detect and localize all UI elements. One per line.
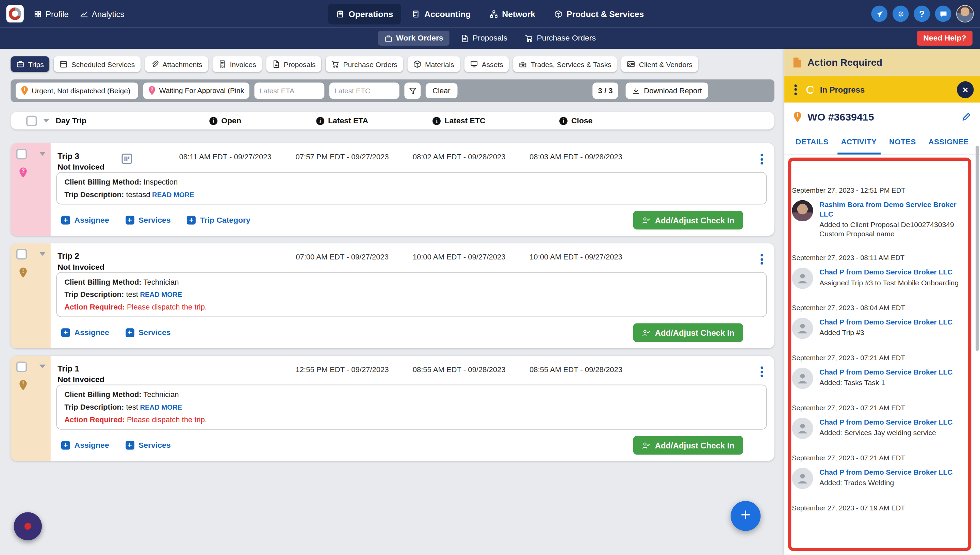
tab-operations[interactable]: Operations (328, 3, 401, 24)
panel-tabs: DETAILS ACTIVITY NOTES ASSIGNEE (784, 132, 980, 155)
activity-entry: September 27, 2023 - 12:51 PM EDT Rashim… (792, 186, 965, 239)
trip-actions-row: Assignee Services Trip Category Add/Adju… (61, 211, 767, 229)
tab-trades-services-tasks[interactable]: Trades, Services & Tasks (513, 56, 617, 72)
read-more-link[interactable]: READ MORE (140, 404, 182, 411)
info-icon[interactable] (433, 117, 441, 125)
add-services-link[interactable]: Services (125, 328, 171, 337)
add-trip-category-link[interactable]: Trip Category (187, 216, 251, 225)
need-help-button[interactable]: Need Help? (917, 30, 972, 46)
help-button[interactable] (914, 6, 930, 22)
trip-menu-button[interactable] (757, 151, 767, 167)
latest-eta-input[interactable] (259, 87, 319, 94)
activity-author[interactable]: Chad P from Demo Service Broker LLC (819, 368, 953, 377)
tab-attachments[interactable]: Attachments (145, 56, 208, 72)
clear-filters-button[interactable]: Clear (426, 83, 457, 98)
read-more-link[interactable]: READ MORE (152, 191, 194, 198)
status-filter-waiting[interactable]: ? (143, 82, 249, 99)
person-icon (796, 472, 809, 485)
tab-purchase-orders[interactable]: Purchase Orders (326, 56, 403, 72)
latest-etc-filter[interactable] (329, 82, 400, 99)
app-root: Profile Analytics Operations Accounting … (0, 0, 980, 555)
tab-invoices[interactable]: Invoices (212, 56, 262, 72)
tab-materials[interactable]: Materials (408, 56, 460, 72)
add-services-link[interactable]: Services (125, 216, 171, 225)
expand-all-chevron[interactable] (43, 119, 50, 123)
add-assignee-link[interactable]: Assignee (61, 328, 109, 337)
latest-eta-filter[interactable] (254, 82, 325, 99)
trip-expand-chevron[interactable] (40, 152, 46, 156)
trip-checkbox[interactable] (16, 249, 27, 260)
trip-name[interactable]: Trip 3 (58, 151, 104, 161)
trip-menu-button[interactable] (757, 364, 767, 380)
add-adjust-check-in-button[interactable]: Add/Adjust Check In (633, 211, 743, 229)
trip-expand-chevron[interactable] (40, 252, 46, 256)
tab-purchase-orders[interactable]: Purchase Orders (519, 30, 602, 46)
activity-author[interactable]: Rashim Bora from Demo Service Broker LLC (819, 200, 965, 219)
status-filter-urgent[interactable]: ! (16, 82, 138, 99)
trip-name[interactable]: Trip 2 (58, 251, 104, 261)
status-filter-input[interactable] (32, 87, 133, 94)
user-avatar[interactable] (956, 5, 974, 22)
app-logo[interactable] (6, 5, 24, 22)
info-icon[interactable] (316, 117, 324, 125)
tab-label: Product & Services (567, 9, 644, 19)
person-icon (796, 372, 809, 385)
download-report-button[interactable]: Download Report (626, 82, 708, 99)
tab-client-vendors[interactable]: Client & Vendors (621, 56, 698, 72)
tab-assignee[interactable]: ASSIGNEE (925, 132, 972, 155)
trip-expand-chevron[interactable] (40, 365, 46, 368)
scrollbar-thumb[interactable] (975, 146, 978, 351)
status-menu-button[interactable] (790, 82, 800, 97)
edit-icon[interactable] (961, 112, 971, 122)
tab-trips[interactable]: Trips (11, 56, 50, 72)
activity-author[interactable]: Chad P from Demo Service Broker LLC (819, 268, 959, 277)
latest-eta-time: 07:57 PM EDT - 09/27/2023 (284, 151, 401, 161)
status-filter-input[interactable] (159, 87, 244, 94)
add-assignee-link[interactable]: Assignee (61, 441, 109, 450)
tab-accounting[interactable]: Accounting (404, 3, 479, 24)
trip-name[interactable]: Trip 1 (58, 364, 104, 374)
trip-checkbox[interactable] (16, 362, 27, 372)
nav-analytics[interactable]: Analytics (80, 9, 124, 19)
tab-proposals[interactable]: Proposals (455, 30, 514, 46)
add-assignee-link[interactable]: Assignee (61, 216, 109, 225)
close-time: 08:55 AM EDT - 09/28/2023 (518, 364, 634, 374)
add-services-link[interactable]: Services (125, 441, 171, 450)
trip-checkbox[interactable] (16, 149, 27, 159)
location-button[interactable] (871, 6, 887, 22)
close-panel-button[interactable] (957, 81, 974, 98)
tab-notes[interactable]: NOTES (886, 132, 920, 155)
info-icon[interactable] (560, 117, 568, 125)
page-indicator: 3 / 3 (592, 82, 618, 99)
latest-etc-input[interactable] (334, 87, 394, 94)
inspection-form-icon[interactable] (121, 152, 133, 165)
add-adjust-check-in-button[interactable]: Add/Adjust Check In (633, 436, 743, 454)
tab-assets[interactable]: Assets (464, 56, 509, 72)
info-icon[interactable] (209, 117, 217, 125)
trip-description-value: testasd (126, 190, 150, 199)
secondary-tabs: Work Orders Proposals Purchase Orders (378, 30, 602, 46)
settings-button[interactable] (892, 6, 909, 22)
tab-scheduled-services[interactable]: Scheduled Services (54, 56, 141, 72)
activity-author[interactable]: Chad P from Demo Service Broker LLC (819, 318, 953, 327)
add-adjust-check-in-button[interactable]: Add/Adjust Check In (633, 324, 743, 342)
tab-network[interactable]: Network (481, 3, 544, 24)
activity-entry: September 27, 2023 - 08:04 AM EDT Chad P… (792, 304, 965, 339)
activity-author[interactable]: Chad P from Demo Service Broker LLC (819, 468, 953, 477)
tab-product-services[interactable]: Product & Services (546, 3, 652, 24)
select-all-checkbox[interactable] (26, 115, 37, 126)
chat-button[interactable] (935, 6, 951, 22)
nav-profile[interactable]: Profile (34, 9, 69, 19)
trip-menu-button[interactable] (757, 251, 767, 267)
tab-activity[interactable]: ACTIVITY (837, 132, 880, 155)
activity-area: September 27, 2023 - 12:51 PM EDT Rashim… (784, 155, 980, 555)
read-more-link[interactable]: READ MORE (140, 291, 182, 298)
tab-details[interactable]: DETAILS (792, 132, 832, 155)
tab-work-orders[interactable]: Work Orders (378, 30, 449, 46)
activity-author[interactable]: Chad P from Demo Service Broker LLC (819, 418, 953, 427)
activity-date: September 27, 2023 - 08:11 AM EDT (792, 254, 965, 261)
messenger-fab[interactable] (14, 512, 42, 541)
tab-proposals[interactable]: Proposals (266, 56, 321, 72)
add-fab[interactable] (731, 501, 761, 531)
filter-funnel-button[interactable] (404, 82, 420, 99)
